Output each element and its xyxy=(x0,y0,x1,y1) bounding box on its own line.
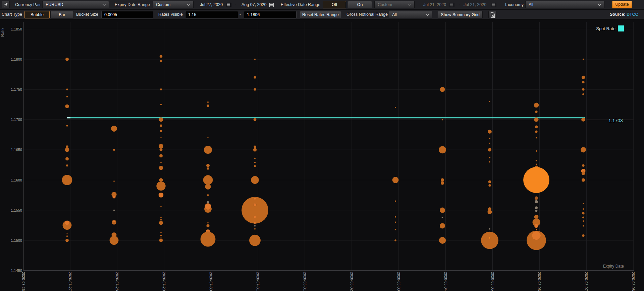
svg-text:Expiry Date: Expiry Date xyxy=(603,264,624,269)
svg-text:2020-07-29: 2020-07-29 xyxy=(162,272,166,291)
svg-text:2020-08-01: 2020-08-01 xyxy=(303,272,307,291)
svg-text:2020-07-27: 2020-07-27 xyxy=(68,272,72,291)
svg-text:1.1600: 1.1600 xyxy=(11,178,22,182)
svg-text:2020-08-07: 2020-08-07 xyxy=(584,272,588,291)
svg-text:1.1650: 1.1650 xyxy=(11,148,22,152)
svg-text:1.1850: 1.1850 xyxy=(11,27,22,31)
svg-text:2020-07-28: 2020-07-28 xyxy=(115,272,119,291)
svg-text:1.1703: 1.1703 xyxy=(608,118,623,123)
svg-text:1.1750: 1.1750 xyxy=(11,87,22,91)
svg-text:2020-08-06: 2020-08-06 xyxy=(537,272,541,291)
svg-text:2020-08-08: 2020-08-08 xyxy=(631,272,635,291)
svg-text:1.1700: 1.1700 xyxy=(11,118,22,122)
svg-text:1.1800: 1.1800 xyxy=(11,57,22,61)
svg-text:2020-08-04: 2020-08-04 xyxy=(444,272,448,291)
svg-text:2020-07-31: 2020-07-31 xyxy=(256,272,260,291)
svg-text:2020-08-03: 2020-08-03 xyxy=(397,272,401,291)
svg-text:Rate: Rate xyxy=(0,28,5,37)
svg-text:1.1550: 1.1550 xyxy=(11,208,22,212)
svg-text:2020-08-05: 2020-08-05 xyxy=(491,272,495,291)
svg-text:2020-07-30: 2020-07-30 xyxy=(209,272,213,291)
svg-text:Spot Rate: Spot Rate xyxy=(596,26,615,31)
svg-text:1.1450: 1.1450 xyxy=(11,269,22,273)
svg-text:2020-07-26: 2020-07-26 xyxy=(21,272,25,291)
svg-text:1.1500: 1.1500 xyxy=(11,238,22,242)
svg-text:2020-08-02: 2020-08-02 xyxy=(350,272,354,291)
